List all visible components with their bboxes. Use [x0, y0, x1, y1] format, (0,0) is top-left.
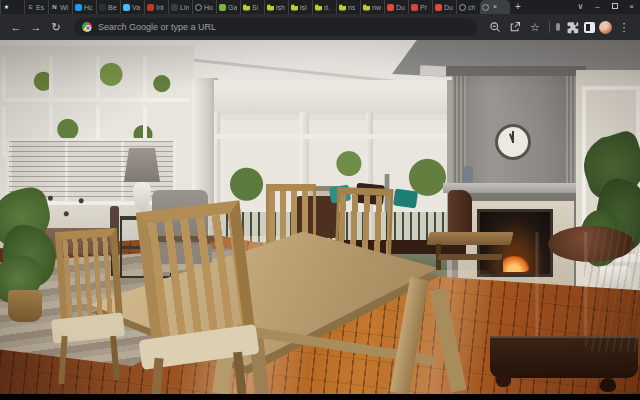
- tab-title: isl: [300, 4, 307, 11]
- browser-tab[interactable]: N Wi: [48, 0, 72, 14]
- tab-favicon-icon: [387, 4, 394, 11]
- browser-tab[interactable]: Si: [240, 0, 264, 14]
- tab-favicon-icon: [243, 4, 250, 11]
- pinned-extension-icon[interactable]: [556, 23, 560, 31]
- tab-favicon-icon: [315, 4, 322, 11]
- tab-favicon-icon: [123, 4, 130, 11]
- browser-tab[interactable]: ns: [336, 0, 360, 14]
- fireplace-cornice: [446, 66, 586, 76]
- browser-tab[interactable]: Lin: [168, 0, 192, 14]
- browser-tab[interactable]: ×: [480, 0, 510, 14]
- menu-kebab-icon[interactable]: ⋮: [616, 21, 632, 34]
- share-icon[interactable]: [507, 19, 523, 35]
- tab-strip-spacer: [526, 0, 572, 14]
- tab-favicon-icon: [291, 4, 298, 11]
- browser-tab[interactable]: isl: [288, 0, 312, 14]
- tab-favicon-icon: [99, 4, 106, 11]
- back-button[interactable]: ←: [8, 21, 24, 33]
- tab-favicon-icon: [195, 4, 202, 11]
- browser-tab[interactable]: ch: [456, 0, 480, 14]
- zoom-icon[interactable]: [487, 19, 503, 35]
- tab-title: Be: [108, 4, 117, 11]
- tab-favicon-icon: [411, 4, 418, 11]
- mantel-canister: [464, 166, 473, 183]
- door-header: [214, 80, 460, 114]
- new-tab-button[interactable]: +: [510, 0, 526, 14]
- browser-tab[interactable]: d.: [312, 0, 336, 14]
- browser-tab[interactable]: Du: [384, 0, 408, 14]
- browser-tab[interactable]: ish: [264, 0, 288, 14]
- tab-title: Hc: [84, 4, 93, 11]
- tab-favicon-icon: ★: [3, 4, 10, 11]
- tab-title: ish: [276, 4, 285, 11]
- tab-title: Es: [36, 4, 44, 11]
- window-controls: ∨ – ×: [572, 0, 640, 14]
- browser-tab[interactable]: Ga: [216, 0, 240, 14]
- extensions-puzzle-icon[interactable]: [564, 19, 580, 35]
- table-lamp-shade: [124, 148, 160, 182]
- tab-title: Du: [396, 4, 405, 11]
- tab-search-chevron-icon[interactable]: ∨: [572, 0, 589, 14]
- forward-button[interactable]: →: [28, 21, 44, 33]
- close-button[interactable]: ×: [623, 0, 640, 14]
- tab-favicon-icon: [267, 4, 274, 11]
- tab-list: ★ E Es N Wi Hc: [0, 0, 510, 14]
- armchair-foot: [600, 378, 616, 392]
- tab-title: Pr: [420, 4, 427, 11]
- browser-tab[interactable]: nw: [360, 0, 384, 14]
- browser-tab[interactable]: Va: [120, 0, 144, 14]
- bottom-black-bar: [0, 394, 640, 400]
- tab-close-icon[interactable]: ×: [493, 0, 497, 14]
- tab-title: Int: [156, 4, 164, 11]
- minimize-button[interactable]: –: [589, 0, 606, 14]
- tab-favicon-icon: [339, 4, 346, 11]
- tab-strip: ★ E Es N Wi Hc: [0, 0, 640, 14]
- tab-favicon-icon: N: [51, 4, 58, 11]
- browser-tab[interactable]: Int: [144, 0, 168, 14]
- side-panel-extension-icon[interactable]: [584, 22, 595, 33]
- browser-tab[interactable]: Hc: [72, 0, 96, 14]
- tab-title: Wi: [60, 4, 68, 11]
- browser-tab[interactable]: Ho: [192, 0, 216, 14]
- tab-title: nw: [372, 4, 381, 11]
- tab-favicon-icon: [219, 4, 226, 11]
- cream-throw-blanket: [584, 228, 640, 352]
- door-transom-bar: [214, 134, 458, 139]
- bookmark-star-icon[interactable]: ☆: [527, 21, 543, 34]
- tab-favicon-icon: [147, 4, 154, 11]
- maximize-button[interactable]: [606, 0, 623, 14]
- armchair-foot: [496, 372, 511, 387]
- tab-title: Du: [444, 4, 453, 11]
- tab-title: Si: [252, 4, 258, 11]
- tab-title: Lin: [180, 4, 189, 11]
- toolbar-divider: [549, 21, 550, 33]
- tab-title: ns: [348, 4, 355, 11]
- tab-title: ch: [468, 4, 475, 11]
- tab-favicon-icon: [482, 4, 489, 11]
- reload-button[interactable]: ↻: [48, 21, 64, 34]
- browser-tab[interactable]: Pr: [408, 0, 432, 14]
- tab-favicon-icon: [459, 4, 466, 11]
- tab-title: d.: [324, 4, 330, 11]
- dining-chair-back: [55, 228, 123, 326]
- tab-favicon-icon: E: [27, 4, 34, 11]
- browser-window: ★ E Es N Wi Hc: [0, 0, 640, 400]
- google-logo-icon: [82, 22, 92, 32]
- browser-toolbar: ← → ↻ Search Google or type a URL ☆ ⋮: [0, 14, 640, 40]
- wall-clock: [495, 124, 531, 160]
- address-bar[interactable]: Search Google or type a URL: [74, 18, 477, 36]
- browser-tab[interactable]: ★: [0, 0, 24, 14]
- tab-title: Ga: [228, 4, 237, 11]
- browser-tab[interactable]: Du: [432, 0, 456, 14]
- new-tab-background-photo: [0, 40, 640, 394]
- profile-avatar[interactable]: [599, 21, 612, 34]
- teal-pillow: [393, 188, 418, 208]
- browser-tab[interactable]: Be: [96, 0, 120, 14]
- window-mullions: [2, 56, 190, 102]
- tab-favicon-icon: [363, 4, 370, 11]
- tab-title: Va: [132, 4, 140, 11]
- tab-favicon-icon: [435, 4, 442, 11]
- tab-title: Ho: [204, 4, 213, 11]
- browser-tab[interactable]: E Es: [24, 0, 48, 14]
- left-plant-pot: [8, 290, 42, 322]
